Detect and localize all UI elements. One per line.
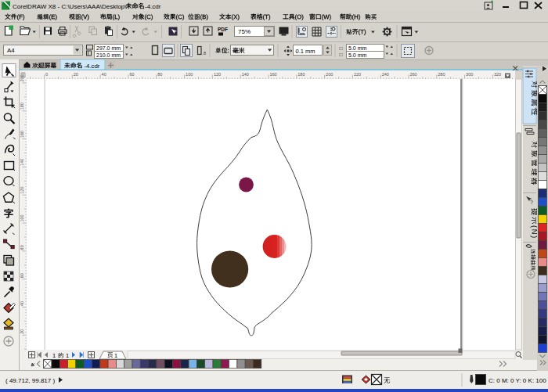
svg-text:□: □ [340, 45, 343, 51]
svg-text:20: 20 [20, 329, 24, 334]
svg-text:140: 140 [242, 72, 249, 77]
svg-text:260: 260 [410, 72, 417, 77]
svg-text:( 49.712, 99.817 ): ( 49.712, 99.817 ) [5, 377, 55, 384]
svg-text:1: 1 [114, 352, 117, 359]
svg-text:60: 60 [129, 72, 134, 77]
svg-text:160: 160 [20, 131, 24, 138]
svg-text:PDF: PDF [218, 27, 228, 32]
svg-text:180: 180 [20, 102, 24, 110]
svg-text:100: 100 [20, 214, 24, 221]
svg-text:?: ? [530, 200, 533, 205]
svg-text:0.1 mm: 0.1 mm [296, 48, 315, 55]
svg-text:-4.cdr: -4.cdr [145, 3, 161, 10]
svg-text:100: 100 [186, 72, 193, 77]
svg-text:180: 180 [297, 72, 305, 77]
svg-text:80: 80 [20, 245, 24, 250]
svg-text:20: 20 [74, 72, 78, 77]
svg-text:40: 40 [102, 72, 106, 77]
svg-text:1: 1 [66, 352, 69, 359]
svg-text:297.0 mm: 297.0 mm [96, 45, 121, 51]
svg-text:5.0 mm: 5.0 mm [348, 45, 367, 51]
svg-text:80: 80 [157, 72, 162, 77]
svg-text:160: 160 [270, 72, 277, 77]
svg-text:CorelDRAW X8 - C:\Users\AAA\De: CorelDRAW X8 - C:\Users\AAA\Desktop\ [13, 3, 127, 10]
svg-text:120: 120 [20, 187, 24, 194]
svg-text:□: □ [340, 52, 343, 57]
svg-text:320: 320 [494, 72, 501, 77]
svg-text:0: 0 [45, 72, 48, 77]
svg-text:.8: .8 [203, 51, 207, 56]
svg-text:200: 200 [326, 72, 333, 77]
svg-text:240: 240 [382, 72, 389, 77]
svg-text:300: 300 [466, 72, 473, 77]
svg-text:5.0 mm: 5.0 mm [348, 52, 367, 58]
svg-text:-4.cdr: -4.cdr [85, 63, 100, 70]
svg-text:210.0 mm: 210.0 mm [96, 52, 121, 58]
svg-text:280: 280 [438, 72, 445, 77]
svg-text:120: 120 [214, 72, 221, 77]
svg-text:1: 1 [52, 352, 56, 359]
svg-text:40: 40 [20, 301, 24, 306]
svg-text:220: 220 [354, 72, 361, 77]
svg-text:C: 0 M: 0 Y: 0 K: 100: C: 0 M: 0 Y: 0 K: 100 [489, 377, 546, 384]
svg-text:200: 200 [20, 74, 24, 81]
svg-text:140: 140 [20, 159, 24, 166]
svg-text:A4: A4 [7, 47, 15, 54]
svg-text:60: 60 [20, 273, 24, 278]
svg-text:75%: 75% [238, 28, 251, 35]
